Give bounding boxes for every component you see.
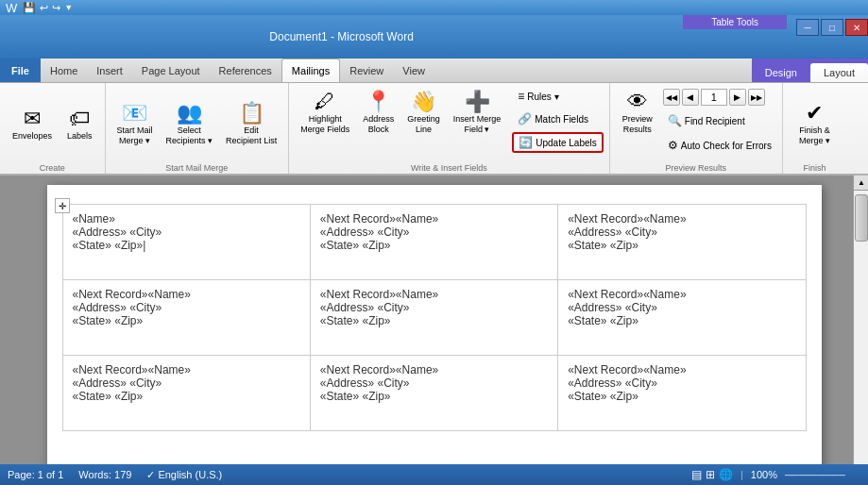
zoom-level: 100% — [751, 469, 777, 480]
tab-layout[interactable]: Layout — [810, 63, 868, 82]
tab-references[interactable]: References — [210, 59, 281, 82]
qat-more-btn[interactable]: ▼ — [64, 3, 73, 12]
match-fields-label: Match Fields — [535, 114, 588, 125]
match-fields-icon: 🔗 — [518, 112, 532, 125]
select-recipients-button[interactable]: 👥 SelectRecipients ▾ — [161, 96, 219, 151]
cell-line1: «Next Record»«Name» — [320, 212, 548, 226]
envelopes-icon: ✉ — [24, 107, 41, 131]
address-block-button[interactable]: 📍 AddressBlock — [357, 85, 400, 140]
cell-line1: «Next Record»«Name» — [568, 363, 795, 376]
table-cell-1-0: «Next Record»«Name» «Address» «City» «St… — [62, 280, 310, 356]
cell-line1: «Next Record»«Name» — [320, 363, 548, 376]
cell-line3: «State» «Zip» — [73, 390, 300, 403]
table-cell-0-0: «Name» «Address» «City» «State» «Zip»| — [62, 205, 310, 280]
rules-button[interactable]: ≡ Rules ▾ — [512, 87, 604, 106]
finish-merge-label: Finish &Merge ▾ — [799, 125, 830, 146]
tab-view[interactable]: View — [393, 59, 434, 82]
tab-home[interactable]: Home — [41, 59, 87, 82]
tab-page-layout[interactable]: Page Layout — [132, 59, 210, 82]
auto-check-errors-button[interactable]: ⚙ Auto Check for Errors — [663, 136, 776, 155]
table-cell-1-2: «Next Record»«Name» «Address» «City» «St… — [558, 280, 806, 356]
close-button[interactable]: ✕ — [845, 19, 868, 36]
nav-prev-button[interactable]: ◀ — [682, 89, 699, 106]
maximize-button[interactable]: □ — [821, 19, 843, 36]
cell-line1: «Next Record»«Name» — [73, 288, 300, 301]
cell-line1: «Next Record»«Name» — [320, 288, 548, 301]
tab-mailings[interactable]: Mailings — [281, 59, 340, 82]
auto-check-errors-label: Auto Check for Errors — [681, 141, 772, 151]
scroll-thumb[interactable] — [855, 194, 868, 242]
greeting-line-button[interactable]: 👋 GreetingLine — [401, 85, 446, 140]
cell-line3: «State» «Zip» — [320, 390, 548, 403]
labels-button[interactable]: 🏷 Labels — [60, 102, 99, 145]
scroll-track — [854, 191, 868, 464]
ribbon-group-write-insert: 🖊 HighlightMerge Fields 📍 AddressBlock 👋… — [289, 83, 610, 174]
quick-access-toolbar: W 💾 ↩ ↪ ▼ — [0, 0, 868, 15]
minimize-button[interactable]: ─ — [796, 19, 819, 36]
highlight-merge-fields-button[interactable]: 🖊 HighlightMerge Fields — [295, 85, 355, 140]
update-labels-icon: 🔄 — [519, 136, 533, 149]
cell-line1: «Name» — [73, 212, 300, 226]
tab-file[interactable]: File — [0, 59, 41, 82]
tab-insert[interactable]: Insert — [87, 59, 132, 82]
edit-recipient-list-button[interactable]: 📋 EditRecipient List — [220, 96, 282, 151]
select-recipients-icon: 👥 — [177, 101, 202, 125]
greeting-line-icon: 👋 — [411, 90, 436, 114]
nav-next-button[interactable]: ▶ — [729, 89, 746, 106]
table-row: «Next Record»«Name» «Address» «City» «St… — [62, 280, 806, 356]
cell-line3: «State» «Zip» — [568, 314, 795, 327]
start-mail-merge-label: Start MailMerge ▾ — [117, 125, 153, 146]
table-cell-2-1: «Next Record»«Name» «Address» «City» «St… — [310, 356, 557, 431]
cell-line2: «Address» «City» — [73, 226, 300, 239]
ribbon-tabs: File Home Insert Page Layout References … — [0, 59, 868, 83]
undo-qat-btn[interactable]: ↩ — [40, 2, 48, 14]
zoom-slider[interactable]: ───────── — [785, 470, 860, 480]
insert-merge-field-icon: ➕ — [465, 90, 490, 114]
create-buttons: ✉ Envelopes 🏷 Labels — [6, 85, 99, 161]
ribbon-group-preview: 👁 PreviewResults ◀◀ ◀ ▶ ▶▶ 🔍 Find Recipi… — [610, 83, 783, 174]
cell-line2: «Address» «City» — [320, 301, 548, 314]
save-qat-btn[interactable]: 💾 — [23, 2, 36, 14]
cell-line3: «State» «Zip» — [568, 239, 795, 252]
scroll-up-button[interactable]: ▲ — [854, 176, 868, 191]
ribbon: ✉ Envelopes 🏷 Labels Create 📧 Start Mail… — [0, 83, 868, 176]
start-mail-merge-button[interactable]: 📧 Start MailMerge ▾ — [111, 96, 159, 151]
finish-merge-button[interactable]: ✔ Finish &Merge ▾ — [791, 96, 839, 151]
table-tools-sub-tabs: Design Layout — [752, 59, 868, 82]
vertical-scrollbar[interactable]: ▲ ▼ — [853, 176, 868, 479]
ribbon-group-create: ✉ Envelopes 🏷 Labels Create — [0, 83, 106, 174]
preview-nav: ◀◀ ◀ ▶ ▶▶ — [663, 89, 776, 106]
full-screen-icon[interactable]: ⊞ — [706, 468, 715, 481]
preview-results-button[interactable]: 👁 PreviewResults — [616, 85, 659, 140]
table-cell-1-1: «Next Record»«Name» «Address» «City» «St… — [310, 280, 557, 356]
write-insert-group-label: Write & Insert Fields — [295, 161, 604, 174]
web-layout-icon[interactable]: 🌐 — [719, 468, 733, 481]
select-recipients-label: SelectRecipients ▾ — [166, 125, 213, 146]
redo-qat-btn[interactable]: ↪ — [52, 2, 60, 14]
envelopes-button[interactable]: ✉ Envelopes — [6, 102, 59, 145]
table-row: «Next Record»«Name» «Address» «City» «St… — [62, 356, 806, 431]
preview-results-label: PreviewResults — [622, 114, 653, 135]
window-controls: ─ □ ✕ — [796, 15, 868, 59]
preview-nav-col: ◀◀ ◀ ▶ ▶▶ 🔍 Find Recipient ⚙ Auto Check … — [663, 85, 776, 155]
tab-review[interactable]: Review — [340, 59, 393, 82]
nav-first-button[interactable]: ◀◀ — [663, 89, 680, 106]
nav-last-button[interactable]: ▶▶ — [748, 89, 765, 106]
table-cell-2-0: «Next Record»«Name» «Address» «City» «St… — [62, 356, 310, 431]
status-right: ▤ ⊞ 🌐 | 100% ───────── — [691, 468, 860, 481]
words-status: Words: 179 — [78, 469, 131, 480]
nav-page-number[interactable] — [701, 89, 727, 106]
match-fields-button[interactable]: 🔗 Match Fields — [512, 109, 604, 128]
start-mail-merge-buttons: 📧 Start MailMerge ▾ 👥 SelectRecipients ▾… — [111, 85, 283, 161]
update-labels-button[interactable]: 🔄 Update Labels — [512, 132, 604, 153]
table-row: «Name» «Address» «City» «State» «Zip»| «… — [62, 205, 806, 280]
labels-label: Labels — [67, 131, 93, 141]
print-layout-icon[interactable]: ▤ — [691, 468, 702, 481]
write-insert-large-buttons: 🖊 HighlightMerge Fields 📍 AddressBlock 👋… — [295, 85, 506, 140]
insert-merge-field-button[interactable]: ➕ Insert MergeField ▾ — [448, 85, 507, 140]
zoom-separator: | — [740, 469, 743, 480]
table-cell-0-1: «Next Record»«Name» «Address» «City» «St… — [310, 205, 557, 280]
cell-line2: «Address» «City» — [568, 376, 795, 390]
tab-design[interactable]: Design — [752, 63, 810, 82]
find-recipient-button[interactable]: 🔍 Find Recipient — [663, 111, 776, 130]
